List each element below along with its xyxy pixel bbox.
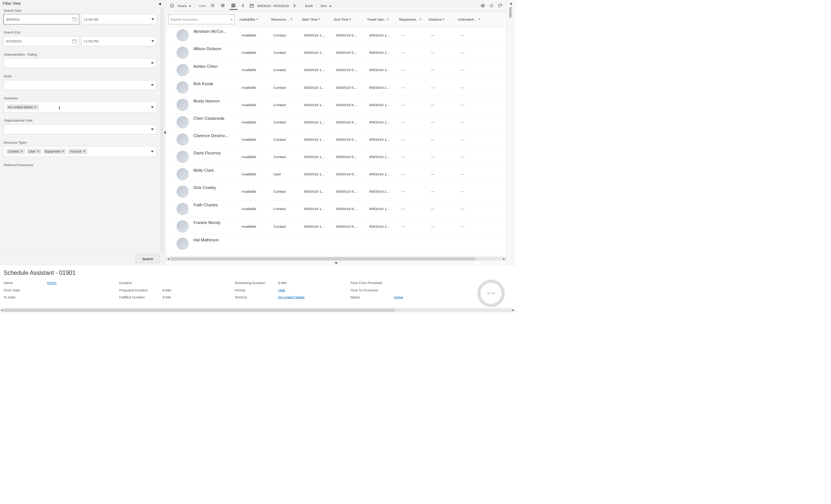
remove-tag-icon[interactable]: ✕ [20,150,23,153]
calendar-icon[interactable] [73,39,77,43]
avatar [176,168,189,180]
details-collapse-tab[interactable]: Details [506,0,515,265]
svg-rect-2 [212,4,214,4]
detail-priority-link[interactable]: High [278,288,285,292]
characteristics-dropdown[interactable] [4,58,157,68]
cell-travel-start: 8/9/2019 1... [369,172,402,176]
search-end-time-input[interactable]: 11:59 PM [81,36,157,46]
table-row[interactable]: Brady HannonAvailableContact8/9/2019 1..… [166,96,506,113]
prev-button[interactable] [240,3,246,9]
resource-name: Brady Hannon [193,99,241,104]
chevron-down-icon[interactable]: ▾ [231,18,232,21]
cell-end-time: 8/9/2019 8:... [336,207,369,211]
calendar-icon[interactable] [73,17,77,21]
resource-types-dropdown[interactable]: Contact✕ User✕ Equipment✕ Account✕ [4,146,157,157]
resource-type-tag: Equipment✕ [43,149,66,154]
cell-start-time: 8/9/2019 1... [304,172,336,176]
detail-from-date-label: From Date [4,288,47,292]
cell-distance: --- [431,85,461,90]
svg-rect-9 [224,4,224,7]
next-button[interactable] [291,3,297,9]
resource-name: Hal Matheson [193,238,241,242]
cell-end-time: 8/9/2019 8:... [336,172,369,176]
search-end-date-input[interactable]: 8/15/2019 [4,36,79,46]
territories-dropdown[interactable]: NA-United States ✕ I [4,102,157,113]
roles-dropdown[interactable] [4,80,157,90]
resource-name: Cheri Castaneda [193,116,241,121]
calendar-picker-button[interactable] [249,3,255,9]
table-row[interactable]: Abraham McCor...AvailableContact8/9/2019… [166,27,506,44]
detail-status-link[interactable]: Active [394,295,403,299]
chevron-left-icon [164,131,166,134]
remove-tag-icon[interactable]: ✕ [62,150,64,153]
avatar [176,81,189,93]
eye-icon[interactable] [480,3,486,9]
bottom-horizontal-scrollbar[interactable]: ◀ ▶ [0,308,515,312]
avatar [176,116,189,128]
search-resources-input[interactable]: Search resources... ▾ [168,14,235,24]
svg-rect-10 [232,4,235,7]
col-end-time[interactable]: End Time [334,17,367,21]
table-row[interactable]: Molly ClarkAvailableUser8/9/2019 1...8/9… [166,166,506,183]
detail-time-to-promised-label: Time To Promised [350,288,394,292]
table-row[interactable]: Cheri CastanedaAvailableContact8/9/2019 … [166,113,506,131]
svg-rect-8 [222,4,223,7]
remove-tag-icon[interactable]: ✕ [37,150,39,153]
cell-resource-type: User [273,172,304,176]
scroll-right-icon[interactable]: ▶ [511,309,515,312]
search-button[interactable]: Search [136,254,160,263]
clock-icon[interactable] [169,3,175,9]
scroll-left-icon[interactable]: ◀ [166,257,170,260]
table-row[interactable]: Faith CharlesAvailableContact8/9/2019 1.… [166,200,506,218]
detail-name-link[interactable]: 01901 [47,281,57,285]
table-row[interactable]: Clarence Desimo...AvailableContact8/9/20… [166,131,506,148]
collapse-left-icon[interactable]: ◀ [158,2,161,6]
table-row[interactable]: Hal Matheson [166,235,506,252]
cell-end-time: 8/9/2019 5:... [336,50,369,55]
sort-dropdown[interactable]: Sort [320,4,332,8]
resize-handle-horizontal[interactable] [166,261,506,265]
table-row[interactable]: Bob KozakAvailableContact8/9/2019 1...8/… [166,79,506,96]
view-grid-button[interactable] [229,1,238,10]
grid-wrapper[interactable]: Search resources... ▾ Availability Resou… [166,12,506,256]
cell-requirement: --- [401,120,431,124]
col-availability[interactable]: Availability [239,17,271,21]
detail-territory-label: Territory [235,295,278,299]
remove-tag-icon[interactable]: ✕ [83,150,85,153]
scroll-left-icon[interactable]: ◀ [0,309,4,312]
gear-icon[interactable] [488,3,495,9]
table-row[interactable]: Dick CowleyAvailableContact8/9/2019 1...… [166,183,506,200]
cell-start-time: 8/9/2019 1... [304,189,336,193]
col-requirement[interactable]: Requireme... [399,17,429,21]
remove-tag-icon[interactable]: ✕ [34,105,36,109]
table-row[interactable]: Ashley ChinnAvailableContact8/9/2019 1..… [166,62,506,79]
horizontal-scrollbar[interactable]: ◀ ▶ [166,256,506,262]
search-start-time-input[interactable]: 12:00 AM [81,14,157,24]
cell-estimated: --- [461,155,491,159]
table-row[interactable]: Allison DicksonAvailableContact8/9/2019 … [166,44,506,62]
scroll-right-icon[interactable]: ▶ [502,257,506,260]
col-estimated[interactable]: Estimated ... [458,17,488,21]
col-resource-type[interactable]: Resource ... [271,17,302,21]
col-distance[interactable]: Distance [429,17,459,21]
table-row[interactable]: Davis FlournoyAvailableContact8/9/2019 1… [166,148,506,165]
search-start-date-input[interactable]: 8/9/2019 [4,14,79,24]
resource-name: Davis Flournoy [193,151,241,155]
avatar [176,99,189,111]
book-button[interactable]: Book [305,4,313,8]
hours-dropdown[interactable]: Hours [178,4,191,8]
detail-duration-label: Duration [119,281,163,285]
view-list-button[interactable] [208,1,217,10]
col-travel-start[interactable]: Travel Star... [367,17,399,21]
cell-start-time: 8/9/2019 1... [304,50,336,55]
table-row[interactable]: Frankie MundyAvailableContact8/9/2019 1.… [166,218,506,235]
detail-territory-link[interactable]: NA-United States [278,295,305,299]
avatar [176,133,189,146]
resource-name: Frankie Mundy [193,220,241,225]
col-start-time[interactable]: Start Time [302,17,334,21]
characteristics-label: Characteristics - Rating [4,53,157,56]
org-units-label: Organizational Units [4,119,157,122]
view-columns-button[interactable] [219,1,227,10]
org-units-dropdown[interactable] [4,124,157,134]
refresh-icon[interactable] [497,3,503,9]
